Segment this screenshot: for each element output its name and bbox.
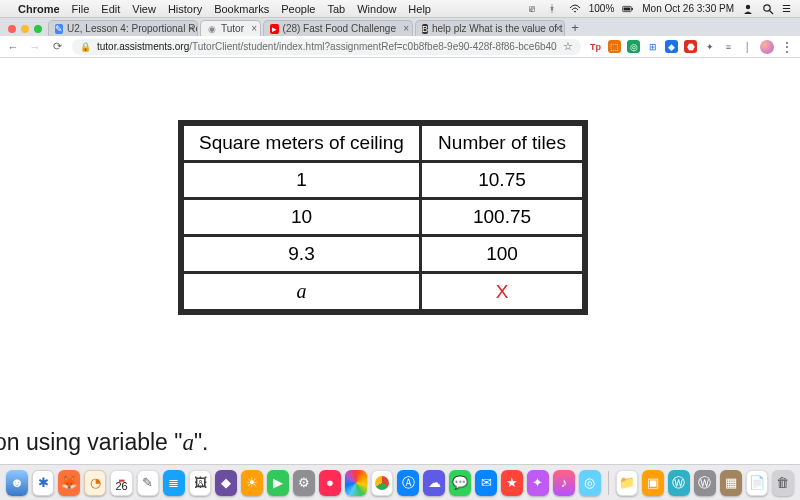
menu-tab[interactable]: Tab [327, 3, 345, 15]
window-minimize-button[interactable] [21, 25, 29, 33]
dock-doc-icon[interactable]: 📄 [746, 470, 768, 496]
dock-app-icon[interactable]: ☀ [241, 470, 263, 496]
browser-tab-0[interactable]: ✎ U2, Lesson 4: Proportional Re × [48, 20, 198, 36]
extensions-tray: Tp ⬚ ◎ ⊞ ◆ ⬣ ✦ ≡ │ ⋮ [589, 39, 794, 55]
dock-app-icon[interactable]: ▶ [267, 470, 289, 496]
bluetooth-icon[interactable]: ᚼ [549, 3, 561, 15]
window-close-button[interactable] [8, 25, 16, 33]
dock-app-icon[interactable]: ◎ [579, 470, 601, 496]
dock-app-icon[interactable]: ◔ [84, 470, 106, 496]
ext-icon[interactable]: ✦ [703, 40, 716, 53]
dock-calendar-icon[interactable]: ▂26 [110, 470, 132, 496]
text: ". [194, 429, 209, 455]
nav-forward-button[interactable]: → [28, 41, 42, 53]
calendar-day: 26 [115, 481, 127, 492]
cell-area-variable: a [184, 274, 419, 309]
favicon-youtube-icon: ▸ [270, 24, 279, 34]
menu-bookmarks[interactable]: Bookmarks [214, 3, 269, 15]
address-bar[interactable]: 🔒 tutor.assistments.org/TutorClient/stud… [72, 39, 581, 55]
dock-divider [608, 471, 609, 495]
menubar-clock[interactable]: Mon Oct 26 3:30 PM [642, 3, 734, 14]
tab-label: help plz What is the value of t [432, 23, 563, 34]
dock-app-icon[interactable]: ≣ [163, 470, 185, 496]
dock-notes-icon[interactable]: ✎ [137, 470, 159, 496]
dock-app-icon[interactable]: ▣ [642, 470, 664, 496]
dock-app-icon[interactable]: ✉ [475, 470, 497, 496]
menu-edit[interactable]: Edit [101, 3, 120, 15]
dock-app-icon[interactable]: Ⓦ [694, 470, 716, 496]
dock-preview-icon[interactable]: 🖼 [189, 470, 211, 496]
tab-close-button[interactable]: × [403, 23, 409, 34]
svg-rect-1 [632, 7, 633, 9]
ext-icon[interactable]: ≡ [722, 40, 735, 53]
user-icon[interactable] [742, 3, 754, 15]
menu-help[interactable]: Help [408, 3, 431, 15]
tiles-table: Square meters of ceiling Number of tiles… [178, 120, 588, 315]
ext-icon[interactable]: │ [741, 40, 754, 53]
chrome-toolbar: ← → ⟳ 🔒 tutor.assistments.org/TutorClien… [0, 36, 800, 58]
browser-tab-1[interactable]: ◉ Tutor × [200, 20, 261, 36]
dock-trash-icon[interactable]: 🗑 [772, 470, 794, 496]
browser-tab-2[interactable]: ▸ (28) Fast Food Challenge × [263, 20, 413, 36]
dock-app-icon[interactable]: Ⓦ [668, 470, 690, 496]
battery-icon[interactable] [622, 3, 634, 15]
ext-icon[interactable]: ⬚ [608, 40, 621, 53]
cell-tiles: 100.75 [422, 200, 582, 234]
svg-line-5 [770, 10, 774, 14]
lock-icon: 🔒 [80, 42, 91, 52]
dock-music-icon[interactable]: ♪ [553, 470, 575, 496]
chrome-menu-button[interactable]: ⋮ [780, 39, 794, 55]
menu-file[interactable]: File [72, 3, 90, 15]
cell-area: 1 [184, 163, 419, 197]
wifi-icon[interactable] [569, 3, 581, 15]
favicon-globe-icon: ◉ [207, 24, 217, 34]
control-center-icon[interactable]: ☰ [782, 3, 794, 15]
url-path: /TutorClient/student/index.html?assignme… [189, 41, 557, 52]
dock-settings-icon[interactable]: ⚙ [293, 470, 315, 496]
spotlight-icon[interactable] [762, 3, 774, 15]
table-row: 1 10.75 [184, 163, 582, 197]
ext-icon[interactable]: ⊞ [646, 40, 659, 53]
dock-app-icon[interactable]: ★ [501, 470, 523, 496]
cell-tiles: 100 [422, 237, 582, 271]
menu-app[interactable]: Chrome [18, 3, 60, 15]
dock-safari-icon[interactable]: ✱ [32, 470, 54, 496]
macos-menubar: Chrome File Edit View History Bookmarks … [0, 0, 800, 18]
cast-icon[interactable]: ⎚ [529, 3, 541, 15]
dock-finder-icon[interactable]: ☻ [6, 470, 28, 496]
dock-folder-icon[interactable]: 📁 [616, 470, 638, 496]
nav-back-button[interactable]: ← [6, 41, 20, 53]
table-row: 10 100.75 [184, 200, 582, 234]
dock-photos-icon[interactable] [345, 470, 367, 496]
dock-app-icon[interactable]: ✦ [527, 470, 549, 496]
window-zoom-button[interactable] [34, 25, 42, 33]
dock-app-icon[interactable]: ◆ [215, 470, 237, 496]
variable: a [182, 430, 194, 455]
tab-close-button[interactable]: × [555, 23, 561, 34]
ext-icon[interactable]: ◆ [665, 40, 678, 53]
menu-view[interactable]: View [132, 3, 156, 15]
tab-close-button[interactable]: × [188, 23, 194, 34]
battery-pct: 100% [589, 3, 615, 14]
browser-tab-3[interactable]: B help plz What is the value of t × [415, 20, 565, 36]
bookmark-star-icon[interactable]: ☆ [563, 40, 573, 53]
ext-icon[interactable]: ◎ [627, 40, 640, 53]
dock-messages-icon[interactable]: 💬 [449, 470, 471, 496]
dock-app-icon[interactable]: ▦ [720, 470, 742, 496]
dock-chrome-icon[interactable] [371, 470, 393, 496]
ext-icon[interactable]: Tp [589, 40, 602, 53]
menu-history[interactable]: History [168, 3, 202, 15]
dock-app-icon[interactable]: ☁ [423, 470, 445, 496]
new-tab-button[interactable]: + [567, 20, 583, 36]
ext-icon[interactable]: ⬣ [684, 40, 697, 53]
macos-dock: ☻ ✱ 🦊 ◔ ▂26 ✎ ≣ 🖼 ◆ ☀ ▶ ⚙ ● Ⓐ ☁ 💬 ✉ ★ ✦ … [0, 464, 800, 500]
profile-avatar[interactable] [760, 40, 774, 54]
nav-reload-button[interactable]: ⟳ [50, 40, 64, 53]
col-header-area: Square meters of ceiling [184, 126, 419, 160]
menu-people[interactable]: People [281, 3, 315, 15]
tab-close-button[interactable]: × [251, 23, 257, 34]
menu-window[interactable]: Window [357, 3, 396, 15]
dock-app-icon[interactable]: ● [319, 470, 341, 496]
dock-firefox-icon[interactable]: 🦊 [58, 470, 80, 496]
dock-appstore-icon[interactable]: Ⓐ [397, 470, 419, 496]
